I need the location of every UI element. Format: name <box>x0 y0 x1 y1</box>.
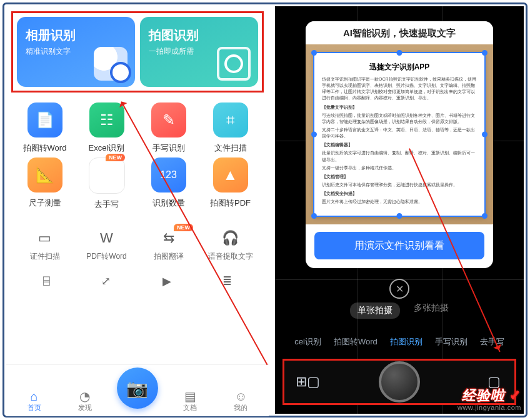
shutter-bar: ⊞▢ ▢ <box>282 359 516 405</box>
nav-home[interactable]: ⌂首页 <box>16 389 53 412</box>
feature-icon: ☷ <box>89 102 124 138</box>
mini-icon[interactable]: ⌸ <box>43 274 50 288</box>
mode-4[interactable]: 去手写 <box>480 336 504 348</box>
demo-cta-button[interactable]: 用演示文件识别看看 <box>314 232 484 259</box>
feature-icon: ⌗ <box>213 102 248 138</box>
mode-strip[interactable]: cel识别拍图转Word拍图识别手写识别去手写 <box>275 336 524 348</box>
feature-icon: ▲ <box>213 158 248 192</box>
right-screenshot: AI智能识别，快速提取文字 迅捷文字识别APP 迅捷文字识别拍图识字是一款OCR… <box>275 6 524 414</box>
secondary-icon: ▭ <box>34 229 56 248</box>
mode-2[interactable]: 拍图识别 <box>390 336 422 348</box>
secondary-icon: ⇆ <box>158 229 180 248</box>
mode-3[interactable]: 手写识别 <box>435 336 468 348</box>
feature-tile[interactable]: NEW✎去手写 <box>77 158 136 210</box>
section-head: 【文档安全扫描】 <box>322 191 477 197</box>
secondary-tile[interactable]: ▭证件扫描 <box>15 229 74 262</box>
pill-multi-shot[interactable]: 多张拍摄 <box>414 302 449 319</box>
feature-tile[interactable]: ▲拍图转PDF <box>201 158 260 210</box>
crop-handle[interactable] <box>311 50 317 56</box>
crop-handle[interactable] <box>311 213 317 219</box>
feature-grid: 📄拍图转Word☷Excel识别✎手写识别⌗文件扫描📐尺子测量NEW✎去手写12… <box>6 98 269 210</box>
secondary-label: 语音提取文字 <box>201 251 260 262</box>
detected-document[interactable]: 迅捷文字识别APP 迅捷文字识别拍图识字是一款OCR拍照识文字识别软件，效果精美… <box>313 52 486 217</box>
section-body: 批量识别后的文字可进行自由编辑、复制、翻译、校对、重新识别、编辑后可一键导出。 <box>322 150 477 162</box>
section-body: 图片文件将上传经过加密处理，无需担心隐私泄露。 <box>322 199 477 205</box>
nav-discover[interactable]: ◔发现 <box>66 389 104 412</box>
paper-title: 迅捷文字识别APP <box>322 62 477 72</box>
feature-label: 去手写 <box>77 199 136 210</box>
mini-icon-row: ⌸⤢▶≣ <box>6 262 269 288</box>
grid-toggle-icon[interactable]: ⊞▢ <box>296 374 314 390</box>
secondary-label: PDF转Word <box>77 251 136 262</box>
new-badge: NEW <box>106 154 125 161</box>
feature-label: Excel识别 <box>77 142 136 154</box>
hero-album-recognize[interactable]: 相册识别 精准识别文字 <box>17 17 135 87</box>
crop-handle[interactable] <box>482 132 488 138</box>
feature-label: 手写识别 <box>139 142 198 154</box>
hero-camera-recognize[interactable]: 拍图识别 一拍即成所需 <box>140 17 258 87</box>
card-title: AI智能识别，快速提取文字 <box>306 21 493 44</box>
feature-label: 尺子测量 <box>15 198 74 209</box>
nav-camera-fab[interactable]: 📷 <box>117 368 158 409</box>
section-body: 可连续拍照拍图，批量识别图文或即时拍照识别各种文件、图片、书籍等进行文字内容，智… <box>322 112 477 125</box>
secondary-label: 拍图翻译 <box>139 251 198 262</box>
demo-card: AI智能识别，快速提取文字 迅捷文字识别APP 迅捷文字识别拍图识字是一款OCR… <box>306 21 493 268</box>
left-screenshot: 相册识别 精准识别文字 拍图识别 一拍即成所需 📄拍图转Word☷Excel识别… <box>6 6 269 414</box>
secondary-icon: W <box>96 229 118 248</box>
mini-icon[interactable]: ≣ <box>222 274 232 288</box>
mini-icon[interactable]: ⤢ <box>101 274 111 288</box>
crop-handle[interactable] <box>482 213 488 219</box>
feature-label: 文件扫描 <box>201 142 260 154</box>
crop-handle[interactable] <box>397 213 402 219</box>
close-button[interactable]: ✕ <box>389 279 409 299</box>
feature-icon: 📄 <box>28 102 62 138</box>
gallery-icon[interactable]: ▢ <box>484 374 503 390</box>
secondary-grid: ▭证件扫描WPDF转WordNEW⇆拍图翻译🎧语音提取文字 <box>6 210 269 262</box>
feature-tile[interactable]: 📐尺子测量 <box>15 158 74 210</box>
section-body: 识别历史文件可本地保存管理和分类，还能进行快捷搜索或批量操作。 <box>322 182 477 188</box>
section-head: 【文档编辑器】 <box>322 142 477 148</box>
feature-tile[interactable]: 123识别数量 <box>139 158 198 210</box>
hero-title: 拍图识别 <box>149 27 249 44</box>
section-body: 支持二十多种语言的全文互译：中文、英语、日语、法语、德语等，还是一款出国学习神器… <box>322 127 477 139</box>
bottom-nav: ⌂首页 ◔发现 📷 ▤文档 ☺我的 <box>6 364 269 416</box>
feature-tile[interactable]: ☷Excel识别 <box>77 102 136 154</box>
feature-label: 识别数量 <box>139 198 198 209</box>
feature-icon: ✎ <box>151 102 186 138</box>
crop-handle[interactable] <box>397 50 402 56</box>
secondary-tile[interactable]: 🎧语音提取文字 <box>201 229 260 262</box>
section-body: 支持一键分享导出，多种格式任你选。 <box>322 165 477 171</box>
feature-tile[interactable]: ✎手写识别 <box>139 102 198 154</box>
hero-title: 相册识别 <box>26 27 126 44</box>
secondary-icon: 🎧 <box>219 229 242 248</box>
album-magnifier-icon <box>94 47 128 81</box>
nav-mine[interactable]: ☺我的 <box>222 389 259 412</box>
nav-docs[interactable]: ▤文档 <box>171 389 209 412</box>
paper-intro: 迅捷文字识别拍图识字是一款OCR拍照识文字识别软件，效果精美扫描仪，使用手机就可… <box>322 76 477 102</box>
feature-label: 拍图转PDF <box>201 198 260 209</box>
card-body: 迅捷文字识别APP 迅捷文字识别拍图识字是一款OCR拍照识文字识别软件，效果精美… <box>306 44 493 224</box>
feature-tile[interactable]: 📄拍图转Word <box>15 102 74 154</box>
hero-highlight-box: 相册识别 精准识别文字 拍图识别 一拍即成所需 <box>11 11 264 92</box>
mini-icon[interactable]: ▶ <box>162 274 171 288</box>
feature-icon: ✎ <box>89 158 125 194</box>
pill-single-shot[interactable]: 单张拍摄 <box>350 302 400 319</box>
feature-tile[interactable]: ⌗文件扫描 <box>201 102 260 154</box>
secondary-label: 证件扫描 <box>15 251 74 262</box>
feature-label: 拍图转Word <box>15 142 74 154</box>
crop-handle[interactable] <box>482 50 488 56</box>
camera-icon <box>217 47 251 81</box>
shot-mode-pills: 单张拍摄 多张拍摄 <box>275 302 524 319</box>
feature-icon: 📐 <box>28 158 62 192</box>
crop-handle[interactable] <box>311 132 317 138</box>
camera-icon: 📷 <box>126 378 148 399</box>
section-head: 【批量文字识别】 <box>322 104 477 111</box>
section-head: 【文档管理】 <box>322 174 477 180</box>
shutter-button[interactable] <box>379 361 420 402</box>
mode-0[interactable]: cel识别 <box>294 336 321 348</box>
secondary-tile[interactable]: NEW⇆拍图翻译 <box>139 229 198 262</box>
new-badge: NEW <box>174 224 193 231</box>
feature-icon: 123 <box>151 158 186 192</box>
mode-1[interactable]: 拍图转Word <box>334 336 378 348</box>
secondary-tile[interactable]: WPDF转Word <box>77 229 136 262</box>
